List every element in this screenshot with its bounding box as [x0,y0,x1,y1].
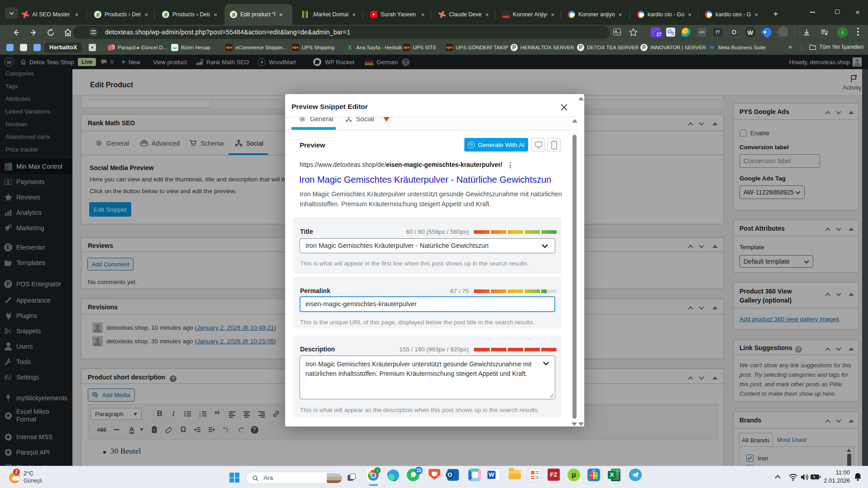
svg-text:z: z [858,473,860,477]
